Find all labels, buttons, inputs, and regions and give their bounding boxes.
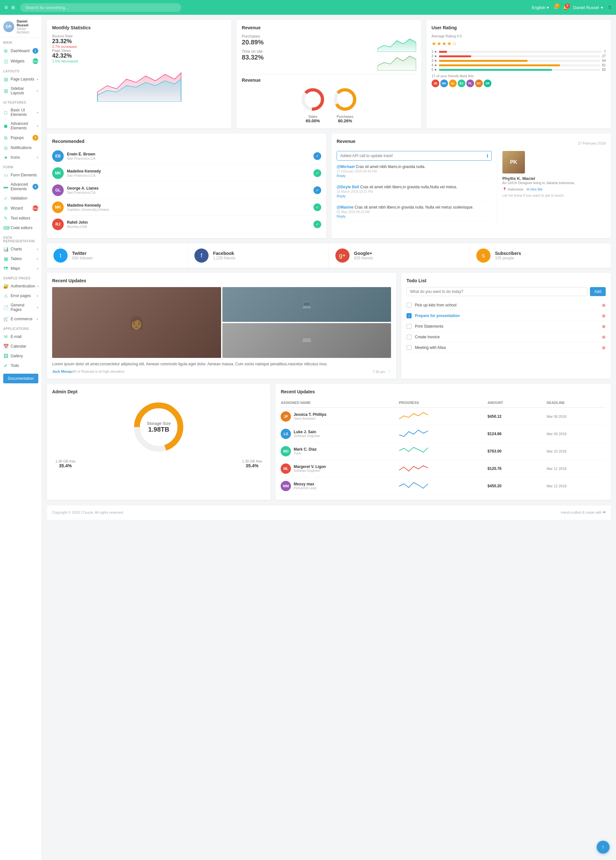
rec-avatar: GL [52, 184, 64, 196]
sidebar-item-email[interactable]: ✉ E-mail [0, 332, 42, 342]
sidebar-item-widgets[interactable]: ◫ Widgets New [0, 56, 42, 66]
sidebar-item-sidebar-layouts[interactable]: ▥ Sidebar Layouts ▾ [0, 84, 42, 97]
reply-button-3[interactable]: Reply [337, 214, 346, 218]
notifications-icon[interactable]: 🔔 9 [563, 5, 568, 10]
tr-name-2: Luke J. Sain [293, 430, 320, 434]
sidebar-item-form-elements[interactable]: ▭ Form Elements [0, 170, 42, 180]
tr-name-1: Jessica T. Phillips [293, 412, 326, 417]
todo-checkbox-5[interactable] [406, 345, 412, 350]
rec-check-icon[interactable]: ✓ [313, 186, 321, 194]
sidebar: DR Daniel Russel Senior Architect MAIN ⊞… [0, 15, 42, 525]
sidebar-item-calendar[interactable]: 📅 Calendar [0, 342, 42, 351]
sidebar-item-charts[interactable]: 📊 Charts ▾ [0, 244, 42, 254]
profile-location: 📍 Indonesia [502, 187, 523, 191]
language-selector[interactable]: English ▾ [532, 5, 549, 10]
rec-name: Rafell John [67, 220, 88, 224]
subscribers-count: 335 people [495, 256, 521, 261]
sidebar-item-todo[interactable]: ✔ Todo [0, 361, 42, 370]
sidebar-item-ecommerce[interactable]: 🛒 E-commerce ▾ [0, 314, 42, 324]
rating-bar-5: 5 ★ 82 [432, 68, 606, 71]
sidebar-item-text-editors[interactable]: ✎ Text editors [0, 213, 42, 223]
grid-dots-icon[interactable]: ⠿ [608, 5, 611, 10]
hamburger-icon[interactable]: ≡ [5, 4, 8, 11]
bottom-row: Recent Updates 👩 💻 ⌨️ Lorem ipsum dolor … [47, 273, 611, 379]
user-name: Daniel Russel [573, 5, 599, 10]
sidebar-item-maps[interactable]: 🗺 Maps ▾ [0, 264, 42, 273]
sidebar-item-general-pages[interactable]: 📄 General Pages ▾ [0, 301, 42, 314]
avatar-initials: DR [3, 21, 14, 32]
comment-input-wrap[interactable]: ℹ [337, 151, 492, 161]
todo-checkbox-4[interactable] [406, 334, 412, 339]
sidebar-item-notifications[interactable]: ◎ Notifications [0, 143, 42, 152]
storage-label: Storage Size [147, 421, 171, 426]
heart-icon[interactable]: ♡ [388, 369, 391, 374]
comment-input[interactable] [340, 154, 487, 158]
todo-input[interactable] [406, 287, 587, 296]
sidebar-item-tables[interactable]: ▦ Tables ▾ [0, 254, 42, 264]
todo-checkbox-2[interactable]: ✓ [406, 313, 412, 318]
todo-add-button[interactable]: Add [590, 287, 606, 296]
social-row: t Twitter 656 follower f Facebook 1,235 … [47, 243, 611, 268]
todo-delete-3[interactable]: ⊗ [602, 324, 606, 329]
sidebar-item-validation[interactable]: ✓ Validation [0, 193, 42, 203]
documentation-button[interactable]: Documentation [3, 374, 38, 383]
sidebar-item-basic-ui[interactable]: ◻ Basic UI Elements ▾ [0, 105, 42, 119]
todo-delete-1[interactable]: ⊗ [602, 303, 606, 308]
sidebar-user-profile: DR Daniel Russel Senior Architect [0, 15, 42, 38]
tr-role-1: Sales Assistant [293, 417, 326, 421]
tr-avatar-1: JP [281, 411, 291, 422]
todo-input-row: Add [406, 287, 606, 296]
reply-button-1[interactable]: Reply [337, 174, 346, 178]
todo-delete-2[interactable]: ⊗ [602, 313, 606, 318]
recent-updates-title: Recent Updates [52, 278, 391, 283]
sidebar-item-error-pages[interactable]: ⚠ Error pages ▾ [0, 291, 42, 301]
sidebar-item-code-editors[interactable]: ⌨ Code editors [0, 223, 42, 233]
chevron-icon: ▾ [37, 248, 38, 251]
tables-icon: ▦ [3, 256, 8, 261]
update-author: Jack MenquAll of Rwanda is at high eleva… [52, 369, 125, 374]
sidebar-layouts-icon: ▥ [3, 88, 8, 93]
chevron-icon: ▾ [37, 111, 38, 114]
sidebar-item-dashboard[interactable]: ⊞ Dashboard 1 [0, 46, 42, 56]
sidebar-item-page-layouts[interactable]: ▤ Page Layouts ▾ [0, 74, 42, 84]
todo-delete-4[interactable]: ⊗ [602, 334, 606, 339]
rec-check-icon[interactable]: ✓ [313, 220, 321, 228]
advanced-icon: ◼ [3, 123, 8, 129]
todo-checkbox-1[interactable] [406, 303, 412, 308]
monthly-stats-card: Monthly Statistics Bounce Rate 23.32% 2.… [47, 20, 231, 129]
todo-checkbox-3[interactable] [406, 324, 412, 329]
sparkline-4 [399, 463, 428, 473]
update-meta: Jack MenquAll of Rwanda is at high eleva… [52, 369, 391, 374]
notifications-nav-icon: ◎ [3, 145, 8, 150]
rec-check-icon[interactable]: ✓ [313, 169, 321, 177]
todo-delete-5[interactable]: ⊗ [602, 345, 606, 350]
todo-icon: ✔ [3, 363, 8, 368]
sidebar-item-advanced-elements[interactable]: ◼ Advanced Elements ▾ [0, 119, 42, 133]
hire-me-button[interactable]: ✉ Hire Me [527, 187, 543, 191]
th-amount: Amount [487, 401, 547, 405]
sidebar-item-gallery[interactable]: 🖼 Gallery [0, 351, 42, 361]
table-header: Assigned Name Progress Amount Deadline [281, 398, 606, 408]
sparkline-1 [399, 411, 428, 421]
time-label: Time on site [242, 49, 372, 54]
grid-icon[interactable]: ⊞ [11, 5, 15, 10]
sidebar-item-wizard[interactable]: ⚙ Wizard New [0, 203, 42, 213]
svg-point-3 [335, 90, 355, 109]
friend-avatars: JB MK AL RJ PL DC SR [432, 80, 606, 87]
sidebar-item-authentication[interactable]: 🔐 Authentication ▾ [0, 281, 42, 291]
sidebar-item-icons[interactable]: ★ Icons ▾ [0, 152, 42, 162]
search-input[interactable] [20, 3, 181, 12]
rec-check-icon[interactable]: ✓ [313, 203, 321, 211]
sidebar-item-adv-elements[interactable]: ▬ Advanced Elements 4 [0, 180, 42, 193]
sidebar-item-popups[interactable]: ⧉ Popups 8 [0, 133, 42, 143]
rec-check-icon[interactable]: ✓ [313, 152, 321, 160]
tr-avatar-4: ML [281, 463, 291, 474]
googleplus-count: 835 friends [354, 256, 373, 261]
user-menu[interactable]: Daniel Russel ▾ [573, 5, 603, 10]
monthly-area-chart [52, 63, 226, 102]
footer: Copyright © 2018 17sucai. All rights res… [47, 505, 611, 520]
section-form: FORM [0, 162, 42, 170]
messages-icon[interactable]: ✉ 7 [554, 5, 558, 10]
rating-bar-4: 4 ★ 81 [432, 63, 606, 67]
reply-button-2[interactable]: Reply [337, 194, 346, 198]
